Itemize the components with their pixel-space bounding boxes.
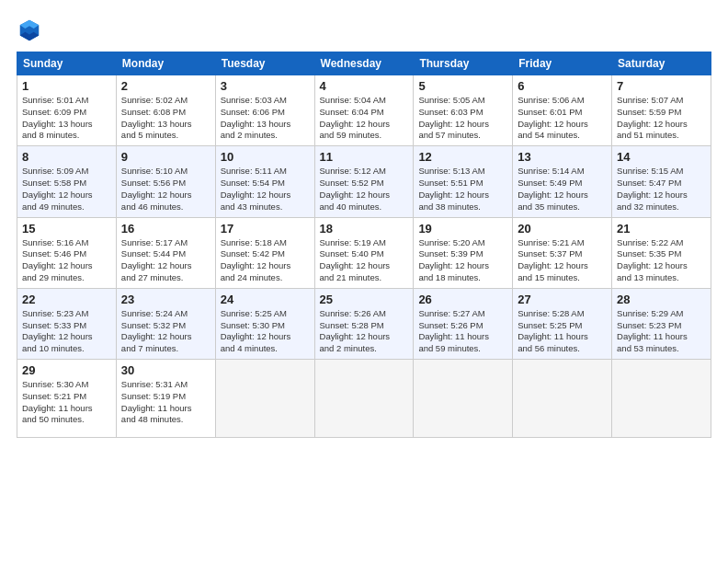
day-info: Sunrise: 5:24 AMSunset: 5:32 PMDaylight:… xyxy=(121,308,210,355)
col-header-monday: Monday xyxy=(116,52,215,75)
day-number: 14 xyxy=(617,150,706,164)
day-number: 22 xyxy=(22,293,111,306)
calendar-cell: 15Sunrise: 5:16 AMSunset: 5:46 PMDayligh… xyxy=(17,217,117,288)
day-info: Sunrise: 5:27 AMSunset: 5:26 PMDaylight:… xyxy=(418,308,507,355)
calendar-cell: 29Sunrise: 5:30 AMSunset: 5:21 PMDayligh… xyxy=(17,360,117,438)
calendar-cell xyxy=(215,360,314,438)
calendar-cell: 1Sunrise: 5:01 AMSunset: 6:09 PMDaylight… xyxy=(17,75,117,146)
col-header-thursday: Thursday xyxy=(414,52,513,75)
calendar-cell: 26Sunrise: 5:27 AMSunset: 5:26 PMDayligh… xyxy=(414,288,513,359)
day-number: 19 xyxy=(418,222,507,236)
calendar-cell xyxy=(612,360,711,438)
calendar-cell: 22Sunrise: 5:23 AMSunset: 5:33 PMDayligh… xyxy=(17,288,117,359)
calendar-week-row: 15Sunrise: 5:16 AMSunset: 5:46 PMDayligh… xyxy=(17,217,711,288)
day-number: 12 xyxy=(418,150,507,164)
day-number: 15 xyxy=(22,222,111,236)
day-info: Sunrise: 5:19 AMSunset: 5:40 PMDaylight:… xyxy=(320,237,409,284)
col-header-wednesday: Wednesday xyxy=(314,52,414,75)
calendar-cell: 28Sunrise: 5:29 AMSunset: 5:23 PMDayligh… xyxy=(612,288,711,359)
page: SundayMondayTuesdayWednesdayThursdayFrid… xyxy=(0,0,728,563)
day-number: 8 xyxy=(22,150,111,164)
day-number: 3 xyxy=(221,79,310,93)
day-info: Sunrise: 5:30 AMSunset: 5:21 PMDaylight:… xyxy=(22,379,111,426)
day-info: Sunrise: 5:15 AMSunset: 5:47 PMDaylight:… xyxy=(617,166,706,213)
calendar-header-row: SundayMondayTuesdayWednesdayThursdayFrid… xyxy=(17,52,711,75)
day-number: 17 xyxy=(221,222,310,236)
calendar-week-row: 8Sunrise: 5:09 AMSunset: 5:58 PMDaylight… xyxy=(17,146,711,217)
day-info: Sunrise: 5:02 AMSunset: 6:08 PMDaylight:… xyxy=(121,95,210,142)
calendar-cell: 5Sunrise: 5:05 AMSunset: 6:03 PMDaylight… xyxy=(414,75,513,146)
day-info: Sunrise: 5:12 AMSunset: 5:52 PMDaylight:… xyxy=(320,166,409,213)
day-info: Sunrise: 5:03 AMSunset: 6:06 PMDaylight:… xyxy=(221,95,310,142)
col-header-tuesday: Tuesday xyxy=(215,52,314,75)
calendar-cell: 7Sunrise: 5:07 AMSunset: 5:59 PMDaylight… xyxy=(612,75,711,146)
day-number: 30 xyxy=(121,363,210,377)
day-info: Sunrise: 5:21 AMSunset: 5:37 PMDaylight:… xyxy=(518,237,607,284)
calendar-cell: 19Sunrise: 5:20 AMSunset: 5:39 PMDayligh… xyxy=(414,217,513,288)
day-number: 25 xyxy=(320,293,409,306)
day-info: Sunrise: 5:29 AMSunset: 5:23 PMDaylight:… xyxy=(617,308,706,355)
calendar-cell: 10Sunrise: 5:11 AMSunset: 5:54 PMDayligh… xyxy=(215,146,314,217)
calendar-cell xyxy=(414,360,513,438)
calendar-cell xyxy=(314,360,414,438)
day-number: 1 xyxy=(22,79,111,93)
calendar-cell: 4Sunrise: 5:04 AMSunset: 6:04 PMDaylight… xyxy=(314,75,414,146)
day-number: 28 xyxy=(617,293,706,306)
day-number: 10 xyxy=(221,150,310,164)
calendar-cell: 12Sunrise: 5:13 AMSunset: 5:51 PMDayligh… xyxy=(414,146,513,217)
calendar-cell: 8Sunrise: 5:09 AMSunset: 5:58 PMDaylight… xyxy=(17,146,117,217)
day-info: Sunrise: 5:16 AMSunset: 5:46 PMDaylight:… xyxy=(22,237,111,284)
day-number: 16 xyxy=(121,222,210,236)
calendar-cell: 30Sunrise: 5:31 AMSunset: 5:19 PMDayligh… xyxy=(116,360,215,438)
col-header-saturday: Saturday xyxy=(612,52,711,75)
day-info: Sunrise: 5:18 AMSunset: 5:42 PMDaylight:… xyxy=(221,237,310,284)
day-info: Sunrise: 5:14 AMSunset: 5:49 PMDaylight:… xyxy=(518,166,607,213)
day-info: Sunrise: 5:10 AMSunset: 5:56 PMDaylight:… xyxy=(121,166,210,213)
day-info: Sunrise: 5:04 AMSunset: 6:04 PMDaylight:… xyxy=(320,95,409,142)
day-info: Sunrise: 5:09 AMSunset: 5:58 PMDaylight:… xyxy=(22,166,111,213)
day-info: Sunrise: 5:28 AMSunset: 5:25 PMDaylight:… xyxy=(518,308,607,355)
calendar-cell: 21Sunrise: 5:22 AMSunset: 5:35 PMDayligh… xyxy=(612,217,711,288)
day-info: Sunrise: 5:25 AMSunset: 5:30 PMDaylight:… xyxy=(221,308,310,355)
calendar-cell: 20Sunrise: 5:21 AMSunset: 5:37 PMDayligh… xyxy=(513,217,612,288)
day-number: 4 xyxy=(320,79,409,93)
day-number: 18 xyxy=(320,222,409,236)
day-info: Sunrise: 5:31 AMSunset: 5:19 PMDaylight:… xyxy=(121,379,210,426)
calendar-cell: 23Sunrise: 5:24 AMSunset: 5:32 PMDayligh… xyxy=(116,288,215,359)
day-number: 6 xyxy=(518,79,607,93)
calendar-cell: 9Sunrise: 5:10 AMSunset: 5:56 PMDaylight… xyxy=(116,146,215,217)
header xyxy=(17,17,711,42)
calendar-week-row: 1Sunrise: 5:01 AMSunset: 6:09 PMDaylight… xyxy=(17,75,711,146)
calendar-cell: 25Sunrise: 5:26 AMSunset: 5:28 PMDayligh… xyxy=(314,288,414,359)
day-number: 5 xyxy=(418,79,507,93)
day-number: 9 xyxy=(121,150,210,164)
logo-icon xyxy=(17,17,42,42)
col-header-friday: Friday xyxy=(513,52,612,75)
day-number: 27 xyxy=(518,293,607,306)
day-number: 13 xyxy=(518,150,607,164)
day-info: Sunrise: 5:23 AMSunset: 5:33 PMDaylight:… xyxy=(22,308,111,355)
calendar-cell xyxy=(513,360,612,438)
day-number: 21 xyxy=(617,222,706,236)
calendar-cell: 14Sunrise: 5:15 AMSunset: 5:47 PMDayligh… xyxy=(612,146,711,217)
calendar-table: SundayMondayTuesdayWednesdayThursdayFrid… xyxy=(17,52,711,438)
day-number: 26 xyxy=(418,293,507,306)
day-number: 7 xyxy=(617,79,706,93)
calendar-cell: 17Sunrise: 5:18 AMSunset: 5:42 PMDayligh… xyxy=(215,217,314,288)
day-info: Sunrise: 5:20 AMSunset: 5:39 PMDaylight:… xyxy=(418,237,507,284)
day-number: 2 xyxy=(121,79,210,93)
calendar-cell: 6Sunrise: 5:06 AMSunset: 6:01 PMDaylight… xyxy=(513,75,612,146)
day-number: 11 xyxy=(320,150,409,164)
day-number: 29 xyxy=(22,363,111,377)
calendar-week-row: 22Sunrise: 5:23 AMSunset: 5:33 PMDayligh… xyxy=(17,288,711,359)
day-info: Sunrise: 5:07 AMSunset: 5:59 PMDaylight:… xyxy=(617,95,706,142)
calendar-cell: 3Sunrise: 5:03 AMSunset: 6:06 PMDaylight… xyxy=(215,75,314,146)
col-header-sunday: Sunday xyxy=(17,52,117,75)
day-info: Sunrise: 5:22 AMSunset: 5:35 PMDaylight:… xyxy=(617,237,706,284)
calendar-cell: 27Sunrise: 5:28 AMSunset: 5:25 PMDayligh… xyxy=(513,288,612,359)
day-number: 20 xyxy=(518,222,607,236)
calendar-cell: 2Sunrise: 5:02 AMSunset: 6:08 PMDaylight… xyxy=(116,75,215,146)
day-info: Sunrise: 5:17 AMSunset: 5:44 PMDaylight:… xyxy=(121,237,210,284)
day-info: Sunrise: 5:26 AMSunset: 5:28 PMDaylight:… xyxy=(320,308,409,355)
day-number: 24 xyxy=(221,293,310,306)
